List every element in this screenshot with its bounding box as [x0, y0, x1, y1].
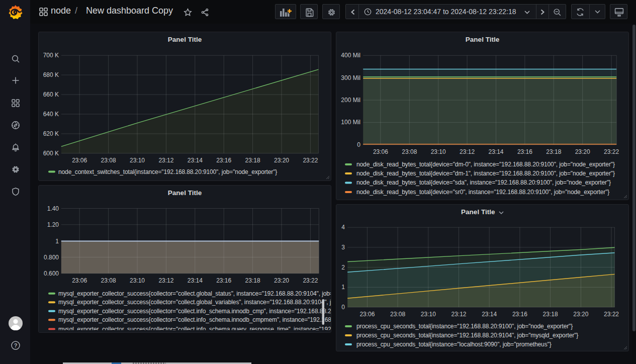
- svg-text:23:10: 23:10: [130, 157, 145, 164]
- svg-text:23:06: 23:06: [359, 311, 375, 318]
- svg-text:23:16: 23:16: [216, 277, 231, 284]
- svg-text:mysql_exporter_collector_succe: mysql_exporter_collector_success{collect…: [58, 290, 331, 297]
- svg-text:0: 0: [357, 141, 360, 148]
- svg-text:process_cpu_seconds_total{inst: process_cpu_seconds_total{instance="192.…: [356, 323, 573, 330]
- svg-text:600 K: 600 K: [43, 150, 59, 157]
- svg-text:23:10: 23:10: [130, 277, 145, 284]
- svg-text:100 Mil: 100 Mil: [341, 119, 360, 126]
- svg-text:660 K: 660 K: [43, 91, 59, 98]
- svg-text:node_context_switches_total{in: node_context_switches_total{instance="19…: [58, 168, 277, 175]
- svg-text:23:08: 23:08: [402, 148, 417, 155]
- svg-text:23:12: 23:12: [451, 311, 466, 318]
- svg-text:0.800: 0.800: [44, 254, 59, 261]
- svg-text:23:08: 23:08: [390, 311, 405, 318]
- svg-text:23:22: 23:22: [303, 157, 318, 164]
- svg-text:23:22: 23:22: [303, 277, 318, 284]
- svg-text:23:18: 23:18: [543, 311, 558, 318]
- svg-text:mysql_exporter_collector_succe: mysql_exporter_collector_success{collect…: [58, 308, 331, 315]
- svg-text:mysql_exporter_collector_succe: mysql_exporter_collector_success{collect…: [58, 299, 331, 306]
- svg-text:23:16: 23:16: [216, 157, 231, 164]
- svg-text:700 K: 700 K: [43, 52, 59, 59]
- svg-text:node_disk_read_bytes_total{dev: node_disk_read_bytes_total{device="dm-0"…: [356, 161, 615, 168]
- svg-text:process_cpu_seconds_total{inst: process_cpu_seconds_total{instance="loca…: [356, 341, 552, 348]
- svg-text:23:14: 23:14: [482, 311, 497, 318]
- svg-text:?: ?: [14, 342, 18, 348]
- svg-text:400 Mil: 400 Mil: [341, 52, 360, 59]
- svg-text:1: 1: [341, 284, 345, 291]
- svg-text:680 K: 680 K: [43, 71, 59, 78]
- svg-text:23:22: 23:22: [604, 148, 619, 155]
- svg-text:23:18: 23:18: [245, 277, 260, 284]
- svg-text:23:14: 23:14: [188, 277, 203, 284]
- svg-text:23:06: 23:06: [373, 148, 388, 155]
- svg-text:0.600: 0.600: [44, 270, 59, 277]
- svg-text:23:10: 23:10: [431, 148, 446, 155]
- svg-text:23:18: 23:18: [245, 157, 260, 164]
- svg-text:node_disk_read_bytes_total{dev: node_disk_read_bytes_total{device="dm-1"…: [356, 170, 615, 177]
- svg-text:23:12: 23:12: [158, 157, 173, 164]
- svg-text:process_cpu_seconds_total{inst: process_cpu_seconds_total{instance="192.…: [356, 332, 578, 339]
- svg-text:23:14: 23:14: [188, 157, 203, 164]
- svg-text:23:12: 23:12: [460, 148, 475, 155]
- svg-text:3: 3: [341, 244, 345, 251]
- svg-text:200 Mil: 200 Mil: [341, 97, 360, 104]
- svg-text:620 K: 620 K: [43, 130, 59, 137]
- svg-text:node_disk_read_bytes_total{dev: node_disk_read_bytes_total{device="sda",…: [356, 179, 611, 186]
- svg-text:23:12: 23:12: [158, 277, 173, 284]
- svg-text:640 K: 640 K: [43, 111, 59, 118]
- svg-text:1.20: 1.20: [47, 221, 59, 228]
- svg-text:300 Mil: 300 Mil: [341, 74, 360, 81]
- svg-text:4: 4: [341, 224, 345, 231]
- svg-text:1: 1: [55, 238, 59, 245]
- svg-text:23:20: 23:20: [575, 148, 590, 155]
- svg-text:23:14: 23:14: [488, 148, 503, 155]
- svg-text:23:20: 23:20: [274, 157, 289, 164]
- svg-text:1.40: 1.40: [47, 205, 59, 212]
- svg-text:23:10: 23:10: [421, 311, 436, 318]
- svg-text:node_disk_read_bytes_total{dev: node_disk_read_bytes_total{device="sr0",…: [356, 189, 609, 196]
- svg-text:mysql_exporter_collector_succe: mysql_exporter_collector_success{collect…: [58, 316, 331, 323]
- svg-text:0: 0: [341, 304, 345, 311]
- svg-text:23:08: 23:08: [101, 157, 116, 164]
- svg-text:23:20: 23:20: [573, 311, 588, 318]
- svg-text:23:18: 23:18: [546, 148, 561, 155]
- svg-text:23:22: 23:22: [604, 311, 619, 318]
- svg-text:23:06: 23:06: [72, 277, 87, 284]
- svg-text:23:16: 23:16: [512, 311, 527, 318]
- svg-text:2: 2: [341, 264, 345, 271]
- svg-text:23:20: 23:20: [274, 277, 289, 284]
- svg-text:23:08: 23:08: [101, 277, 116, 284]
- svg-text:23:16: 23:16: [517, 148, 532, 155]
- svg-text:23:06: 23:06: [72, 157, 87, 164]
